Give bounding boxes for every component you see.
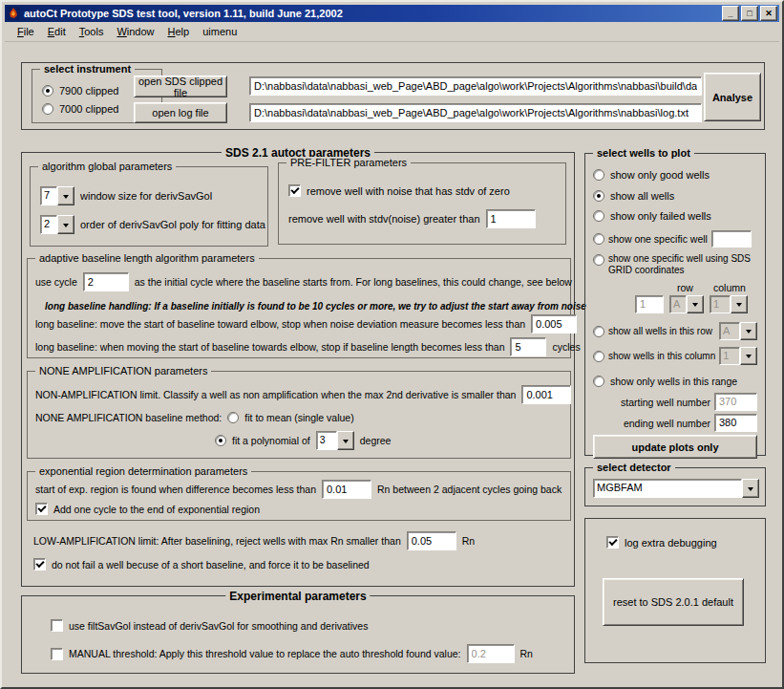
poly-order-row: 2 order of derivSavGol poly for fitting … <box>40 215 265 234</box>
radio-7900-clipped[interactable]: 7900 clipped <box>42 85 118 97</box>
sds-file-path-input[interactable] <box>249 76 702 96</box>
radio-icon[interactable] <box>593 326 604 337</box>
radio-icon[interactable] <box>593 233 604 245</box>
radio-icon[interactable] <box>593 376 604 387</box>
fit-to-mean-radio[interactable] <box>227 412 239 423</box>
radio-wells-range[interactable]: show only wells in this range <box>593 376 737 387</box>
manual-threshold-checkbox[interactable] <box>51 648 63 660</box>
column-select-dropdown[interactable]: 1 <box>719 347 757 365</box>
nonamp-limit-row: NON-AMPLIFICATION limit. Classify a well… <box>35 385 571 404</box>
log-debugging-checkbox[interactable] <box>606 536 619 549</box>
radio-icon[interactable] <box>593 190 604 202</box>
exponential-region-legend: exponential region determination paramet… <box>35 465 251 477</box>
menu-help[interactable]: Help <box>161 24 197 39</box>
chevron-down-icon[interactable] <box>740 347 757 365</box>
baseline-length-input[interactable] <box>510 337 546 356</box>
prefilter-group: PRE-FILTER parameters remove well with n… <box>278 162 566 245</box>
radio-failed-wells[interactable]: show only failed wells <box>593 210 711 222</box>
menu-bar: File Edit Tools Window Help uimenu <box>5 22 779 42</box>
add-one-cycle-checkbox[interactable] <box>35 503 48 515</box>
menu-window[interactable]: Window <box>110 24 160 39</box>
exp-difference-row: start of exp. region is found when diffe… <box>35 480 562 499</box>
use-cycle-row: use cycle as the initial cycle where the… <box>35 272 572 291</box>
manual-threshold-input[interactable] <box>467 644 515 663</box>
algorithm-global-group: algorithm global parameters 7 window siz… <box>30 166 268 247</box>
reset-defaults-button[interactable]: reset to SDS 2.0.1 default <box>603 578 744 626</box>
select-detector-legend: select detector <box>593 462 675 473</box>
radio-icon[interactable] <box>593 210 604 222</box>
row-select-dropdown[interactable]: A <box>719 322 757 340</box>
exp-difference-input[interactable] <box>322 480 371 499</box>
no-fail-row: do not fail a well becuse of a short bas… <box>33 558 370 571</box>
radio-icon[interactable] <box>593 254 604 266</box>
detector-dropdown[interactable]: MGBFAM <box>593 479 759 498</box>
close-button[interactable]: ✕ <box>760 6 777 21</box>
grid-col-dropdown[interactable]: 1 <box>710 295 748 313</box>
baseline-length-row: long baseline: when moving the start of … <box>35 337 581 356</box>
analyse-button[interactable]: Analyse <box>704 73 761 121</box>
remove-stdv-zero-row: remove well with noise that has stdv of … <box>288 184 510 197</box>
radio-icon[interactable] <box>42 103 53 115</box>
ending-well-input[interactable]: 380 <box>714 414 757 432</box>
poly-degree-dropdown[interactable]: 3 <box>316 431 354 450</box>
radio-icon[interactable] <box>42 85 53 97</box>
chevron-down-icon[interactable] <box>740 322 757 340</box>
debug-panel: log extra debugging reset to SDS 2.0.1 d… <box>584 518 766 663</box>
window-size-dropdown[interactable]: 7 <box>40 186 74 205</box>
update-plots-button[interactable]: update plots only <box>593 435 757 459</box>
no-fail-checkbox[interactable] <box>33 558 46 571</box>
sds-parameters-panel: SDS 2.1 autoct parameters algorithm glob… <box>21 152 575 587</box>
starting-well-input[interactable]: 370 <box>714 393 757 411</box>
long-baseline-note: long baseline handling: If a baseline in… <box>45 301 586 312</box>
fit-polynomial-row: fit a polynomial of 3 degree <box>215 431 391 450</box>
specific-well-input[interactable] <box>711 230 752 248</box>
minimize-button[interactable]: _ <box>722 6 739 21</box>
radio-all-wells[interactable]: show all wells <box>593 190 674 202</box>
column-label: column <box>713 282 746 293</box>
fit-polynomial-radio[interactable] <box>215 435 226 446</box>
menu-uimenu[interactable]: uimenu <box>196 24 244 39</box>
radio-specific-well[interactable]: show one specific well <box>593 230 752 248</box>
row-label: row <box>677 282 693 293</box>
window-title: autoCt Prototype SDS test tool, version … <box>24 8 343 19</box>
window-size-row: 7 window size for derivSavGol <box>40 186 212 205</box>
chevron-down-icon[interactable] <box>742 479 759 498</box>
radio-good-wells[interactable]: show only good wells <box>593 169 710 181</box>
maximize-button[interactable]: □ <box>741 6 758 21</box>
grid-well-input[interactable]: 1 <box>635 295 664 313</box>
remove-stdv-zero-checkbox[interactable] <box>288 184 301 197</box>
radio-wells-in-row[interactable]: show all wells in this row A <box>593 322 757 340</box>
none-amplification-legend: NONE AMPLIFICATION parameters <box>35 365 211 377</box>
chevron-down-icon[interactable] <box>57 186 74 205</box>
radio-icon[interactable] <box>593 169 604 181</box>
nonamp-limit-input[interactable] <box>521 385 571 404</box>
noise-deviation-input[interactable] <box>531 314 577 334</box>
select-wells-panel: select wells to plot show only good well… <box>584 153 766 456</box>
noise-deviation-row: long baseline: move the start of baselin… <box>35 314 577 334</box>
log-file-path-input[interactable] <box>249 103 702 122</box>
grid-row-dropdown[interactable]: A <box>669 295 704 313</box>
chevron-down-icon[interactable] <box>687 295 704 313</box>
radio-wells-in-column[interactable]: show wells in this column 1 <box>593 347 757 365</box>
filtsavgol-checkbox[interactable] <box>51 619 63 632</box>
low-amplification-input[interactable] <box>407 531 456 550</box>
chevron-down-icon[interactable] <box>337 431 354 450</box>
adaptive-baseline-legend: adaptive baseline length algorithm param… <box>35 252 259 264</box>
radio-icon[interactable] <box>593 351 604 362</box>
menu-tools[interactable]: Tools <box>73 24 111 39</box>
initial-cycle-input[interactable] <box>83 272 129 291</box>
chevron-down-icon[interactable] <box>731 295 748 313</box>
menu-file[interactable]: File <box>11 24 41 39</box>
select-instrument-legend: select instrument <box>40 63 135 75</box>
poly-order-dropdown[interactable]: 2 <box>40 215 74 234</box>
open-log-file-button[interactable]: open log file <box>134 102 227 123</box>
exponential-region-group: exponential region determination paramet… <box>27 471 571 521</box>
menu-edit[interactable]: Edit <box>41 24 73 39</box>
open-sds-file-button[interactable]: open SDS clipped file <box>134 75 227 97</box>
file-selection-frame: select instrument 7900 clipped 7000 clip… <box>21 62 765 130</box>
radio-7000-clipped[interactable]: 7000 clipped <box>42 103 118 115</box>
radio-grid-well[interactable]: show one specific well using SDSGRID coo… <box>593 253 751 276</box>
chevron-down-icon[interactable] <box>57 215 74 234</box>
stdv-threshold-input[interactable] <box>486 209 536 228</box>
add-one-cycle-row: Add one cycle to the end of exponential … <box>35 503 260 515</box>
